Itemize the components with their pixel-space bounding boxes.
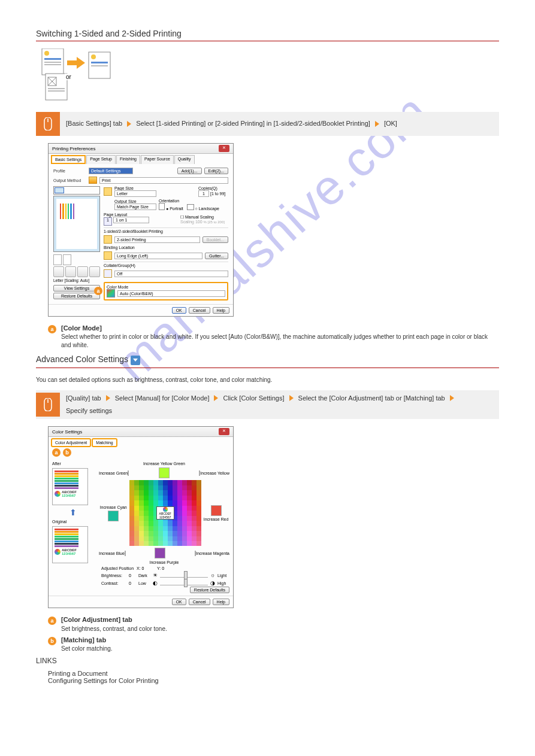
page-layout-select[interactable]: 1 on 1 — [113, 217, 149, 223]
tool-icon[interactable] — [77, 266, 88, 277]
ok-button[interactable]: OK — [172, 599, 186, 605]
color-mode-select[interactable]: Auto (Color/B&W) — [117, 290, 225, 297]
output-method-select[interactable]: Print — [99, 177, 228, 184]
sample-after: ABCDEF 1234567 — [52, 468, 88, 505]
tab-finishing[interactable]: Finishing — [116, 155, 140, 164]
badge-b: b — [63, 448, 71, 457]
yellowgreen-button[interactable] — [159, 467, 170, 478]
binding-icon — [104, 251, 112, 260]
collate-select[interactable]: Off — [114, 271, 228, 277]
page-size-icon — [104, 187, 112, 196]
restore-defaults-button[interactable]: Restore Defaults — [53, 293, 100, 299]
sided-select[interactable]: 2-sided Printing — [114, 236, 200, 243]
portrait-label: Portrait — [170, 207, 183, 211]
tool-icon[interactable] — [89, 266, 100, 277]
tab-matching[interactable]: Matching — [92, 438, 117, 447]
cyan-button[interactable] — [108, 511, 119, 521]
bar2-part5: Specify settings — [66, 406, 112, 415]
chevron-down-icon[interactable] — [131, 356, 140, 365]
blue-button[interactable] — [125, 551, 126, 556]
sample-original: ABCDEF 1234567 — [52, 526, 88, 563]
tool-icon[interactable] — [53, 266, 64, 277]
section2-description: You can set detailed options such as bri… — [36, 375, 499, 384]
color-grid[interactable]: ABCDEF 1234567 — [129, 480, 201, 546]
badge-a: a — [48, 617, 56, 625]
badge-b: b — [48, 637, 56, 645]
dialog-titlebar: Printing Preferences ✕ — [49, 144, 233, 154]
tab-color-adjustment[interactable]: Color Adjustment — [51, 438, 91, 447]
preview-thumb-icon[interactable] — [55, 187, 64, 193]
help-button[interactable]: Help — [213, 599, 229, 605]
cancel-button[interactable]: Cancel — [189, 307, 210, 314]
portrait-icon — [159, 203, 165, 210]
copies-input[interactable]: 1 — [198, 190, 209, 197]
close-icon[interactable]: ✕ — [219, 428, 229, 435]
contrast-slider[interactable] — [160, 581, 208, 585]
binding-label: Binding Location — [104, 245, 228, 250]
low-label: Low — [138, 581, 150, 585]
purple-button[interactable] — [155, 548, 165, 558]
color-mode-label: Color Mode — [107, 285, 225, 289]
close-icon[interactable]: ✕ — [219, 145, 229, 152]
landscape-radio[interactable]: ○ — [195, 207, 198, 211]
divider — [36, 368, 499, 368]
bar2-part4: Select the [Color Adjustment] tab or [Ma… — [298, 394, 445, 403]
view-settings-button[interactable]: View Settings — [53, 285, 100, 292]
arrow-icon — [127, 121, 131, 127]
link-printing-document[interactable]: Printing a Document — [48, 670, 108, 677]
binding-select[interactable]: Long Edge (Left) — [114, 253, 202, 259]
badge-a: a — [94, 287, 102, 295]
booklet-button[interactable]: Booklet... — [202, 236, 228, 243]
annotation-b-desc: Set color matching. — [61, 645, 113, 653]
divider — [36, 41, 499, 41]
svg-rect-4 — [44, 64, 61, 65]
copies-label: Copies(Q) — [198, 186, 217, 190]
restore-defaults-button[interactable]: Restore Defaults — [190, 587, 229, 593]
inc-cyan: Increase Cyan — [100, 505, 127, 509]
portrait-radio[interactable]: ● — [166, 207, 168, 211]
adjusted-position-label: Adjusted Position — [101, 566, 134, 570]
collate-icon — [104, 269, 112, 278]
copies-range: [1 to 99] — [210, 192, 225, 196]
manual-scaling-checkbox[interactable]: ☐ — [180, 215, 184, 219]
output-size-select[interactable]: Match Page Size — [114, 204, 156, 210]
inc-blue: Increase Blue — [99, 551, 125, 555]
gutter-button[interactable]: Gutter... — [205, 253, 228, 259]
cs-tabs: Color Adjustment Matching — [49, 437, 233, 447]
tool-icon[interactable] — [65, 266, 76, 277]
red-button[interactable] — [211, 505, 222, 516]
tool-icon[interactable] — [63, 254, 71, 265]
tab-paper-source[interactable]: Paper Source — [141, 155, 174, 164]
output-size-label: Output Size — [114, 199, 137, 204]
bar1-part3: [OK] — [384, 119, 397, 128]
instruction-bar-2: [Quality] tab Select [Manual] for [Color… — [36, 390, 499, 420]
link-color-printing[interactable]: Configuring Settings for Color Printing — [48, 677, 159, 684]
high-label: High — [217, 581, 229, 585]
brightness-slider[interactable] — [160, 573, 208, 578]
cancel-button[interactable]: Cancel — [189, 599, 210, 605]
tool-icon[interactable] — [53, 254, 62, 265]
dark-label: Dark — [138, 573, 150, 578]
tab-basic-settings[interactable]: Basic Settings — [51, 155, 86, 164]
badge-a: a — [52, 448, 61, 457]
ok-button[interactable]: OK — [172, 307, 186, 314]
svg-rect-3 — [44, 62, 61, 63]
tab-quality[interactable]: Quality — [174, 155, 195, 164]
add-button[interactable]: Add(1)... — [177, 168, 202, 174]
green-button[interactable] — [128, 470, 129, 476]
arrow-up-icon: ⬆ — [52, 508, 94, 517]
brightness-value: 0 — [129, 573, 136, 578]
arrow-icon — [289, 395, 294, 401]
tab-page-setup[interactable]: Page Setup — [86, 155, 116, 164]
original-label: Original — [52, 520, 94, 524]
orientation-label: Orientation — [159, 199, 179, 203]
annotation-a2-label: [Color Adjustment] tab — [61, 615, 167, 624]
edit-button[interactable]: Edit(2)... — [204, 168, 228, 174]
profile-select[interactable]: Default Settings — [89, 168, 133, 174]
link-list: Printing a Document Configuring Settings… — [48, 670, 499, 684]
arrow-icon — [375, 121, 379, 127]
help-button[interactable]: Help — [213, 307, 229, 314]
page-layout-label: Page Layout — [104, 212, 127, 217]
page-size-select[interactable]: Letter — [114, 190, 156, 197]
landscape-label: Landscape — [199, 207, 219, 211]
